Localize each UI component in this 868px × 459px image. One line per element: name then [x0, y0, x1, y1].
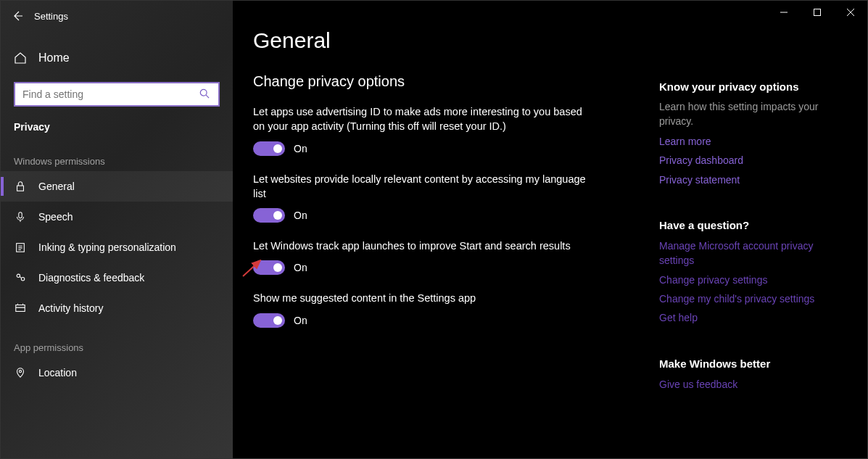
info-text: Learn how this setting impacts your priv…: [659, 100, 846, 128]
svg-rect-1: [17, 186, 24, 191]
sidebar: Settings Home Privacy Windows permission…: [1, 1, 233, 458]
info-title: Make Windows better: [659, 357, 846, 370]
svg-point-7: [19, 371, 21, 373]
close-button[interactable]: [834, 1, 867, 24]
toggle-track-app-launches[interactable]: [253, 260, 285, 275]
svg-point-4: [17, 274, 20, 277]
sidebar-item-diagnostics[interactable]: Diagnostics & feedback: [1, 262, 233, 293]
sidebar-item-general[interactable]: General: [1, 171, 233, 202]
setting-track-app-launches: Let Windows track app launches to improv…: [253, 239, 587, 275]
nav-label: Diagnostics & feedback: [38, 272, 144, 284]
svg-point-5: [21, 278, 24, 281]
feedback-icon: [14, 271, 27, 284]
nav-label: General: [38, 181, 75, 192]
setting-desc: Let websites provide locally relevant co…: [253, 172, 587, 202]
search-input[interactable]: [22, 88, 199, 100]
clipboard-icon: [14, 241, 27, 254]
toggle-advertising-id[interactable]: [253, 141, 285, 156]
nav-label: Speech: [38, 211, 73, 223]
sidebar-item-activity[interactable]: Activity history: [1, 293, 233, 323]
sidebar-item-speech[interactable]: Speech: [1, 202, 233, 232]
toggle-state: On: [294, 210, 307, 221]
toggle-language-list[interactable]: [253, 208, 285, 223]
nav-label: Location: [38, 367, 77, 379]
search-icon: [199, 88, 211, 100]
svg-point-0: [200, 89, 207, 96]
section-app-permissions: App permissions: [1, 323, 233, 357]
maximize-button[interactable]: [801, 1, 834, 24]
setting-desc: Let Windows track app launches to improv…: [253, 239, 587, 253]
svg-rect-10: [814, 9, 821, 16]
page-title: General: [253, 28, 659, 53]
titlebar-controls: [767, 1, 867, 24]
nav-label: Activity history: [38, 302, 103, 314]
info-make-better: Make Windows better Give us feedback: [659, 357, 846, 392]
microphone-icon: [14, 210, 27, 223]
home-icon: [14, 51, 27, 65]
page-subtitle: Change privacy options: [253, 73, 659, 90]
info-know-privacy: Know your privacy options Learn how this…: [659, 80, 846, 187]
toggle-state: On: [294, 143, 307, 154]
link-child-privacy[interactable]: Change my child's privacy settings: [659, 291, 846, 306]
sidebar-header: Settings: [1, 1, 233, 31]
minimize-button[interactable]: [767, 1, 801, 24]
main-content: General Change privacy options Let apps …: [233, 1, 867, 458]
toggle-suggested-content[interactable]: [253, 313, 285, 328]
link-change-privacy[interactable]: Change privacy settings: [659, 273, 846, 287]
setting-language-list: Let websites provide locally relevant co…: [253, 172, 587, 223]
setting-suggested-content: Show me suggested content in the Setting…: [253, 291, 587, 327]
setting-desc: Show me suggested content in the Setting…: [253, 291, 587, 305]
home-label: Home: [38, 51, 70, 65]
svg-rect-6: [16, 305, 25, 312]
back-arrow-icon[interactable]: [11, 9, 24, 22]
link-manage-account-privacy[interactable]: Manage Microsoft account privacy setting…: [659, 239, 846, 268]
search-box[interactable]: [14, 82, 220, 107]
sidebar-item-inking[interactable]: Inking & typing personalization: [1, 232, 233, 262]
link-get-help[interactable]: Get help: [659, 310, 846, 325]
info-title: Know your privacy options: [659, 80, 846, 93]
window-title: Settings: [34, 11, 68, 22]
svg-rect-2: [19, 212, 22, 218]
link-learn-more[interactable]: Learn more: [659, 134, 846, 149]
settings-column: General Change privacy options Let apps …: [253, 28, 659, 458]
location-icon: [14, 366, 27, 379]
nav-label: Inking & typing personalization: [38, 241, 176, 253]
info-title: Have a question?: [659, 219, 846, 231]
setting-advertising-id: Let apps use advertising ID to make ads …: [253, 104, 587, 156]
toggle-state: On: [294, 262, 307, 273]
history-icon: [14, 302, 27, 315]
info-column: Know your privacy options Learn how this…: [659, 28, 867, 458]
toggle-state: On: [294, 315, 307, 326]
link-privacy-statement[interactable]: Privacy statement: [659, 173, 846, 187]
sidebar-item-location[interactable]: Location: [1, 357, 233, 388]
setting-desc: Let apps use advertising ID to make ads …: [253, 104, 587, 134]
sidebar-home[interactable]: Home: [1, 44, 233, 72]
lock-icon: [14, 180, 27, 193]
section-windows-permissions: Windows permissions: [1, 137, 233, 171]
info-have-question: Have a question? Manage Microsoft accoun…: [659, 219, 846, 325]
link-give-feedback[interactable]: Give us feedback: [659, 377, 846, 392]
link-privacy-dashboard[interactable]: Privacy dashboard: [659, 153, 846, 168]
category-label: Privacy: [1, 114, 233, 137]
